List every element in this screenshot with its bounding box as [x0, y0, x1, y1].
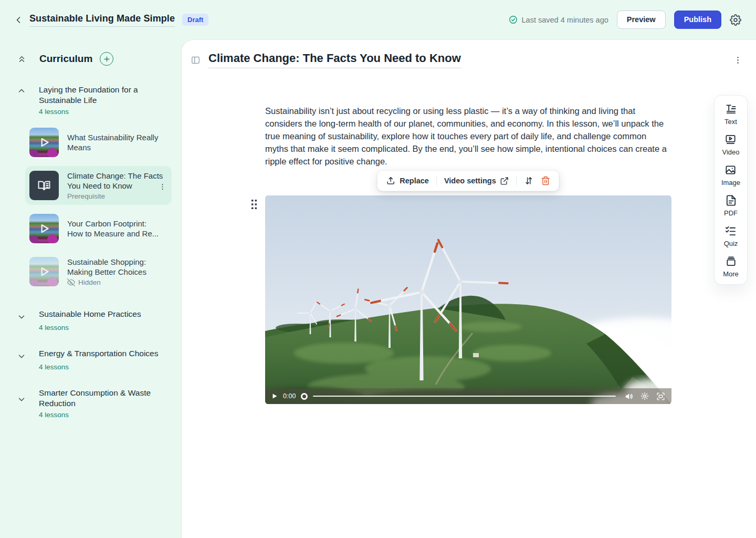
lesson-item[interactable]: Your Carbon Footprint: How to Measure an… — [25, 209, 172, 248]
quiz-icon — [724, 225, 737, 237]
progress-track[interactable] — [313, 396, 616, 397]
lesson-thumbnail — [29, 128, 59, 157]
insert-text-button[interactable]: Text — [724, 103, 737, 126]
fullscreen-button[interactable] — [656, 392, 665, 401]
video-settings-label: Video settings — [444, 177, 496, 185]
play-icon — [29, 214, 59, 243]
kebab-icon — [733, 56, 742, 65]
insert-image-button[interactable]: Image — [721, 164, 740, 187]
lesson-item-selected[interactable]: Climate Change: The Facts You Need to Kn… — [25, 166, 172, 205]
lesson-page-title[interactable]: Climate Change: The Facts You Need to Kn… — [208, 51, 461, 68]
insert-block-rail: Text Video Image PDF Quiz More — [714, 95, 748, 285]
more-icon — [725, 255, 737, 267]
curriculum-heading: Curriculum — [39, 53, 92, 65]
grip-dots-icon — [250, 199, 258, 210]
rail-label: Text — [724, 118, 737, 126]
kebab-icon — [159, 183, 166, 191]
preview-button[interactable]: Preview — [617, 11, 666, 29]
play-icon — [271, 393, 278, 399]
chevrons-up-icon — [17, 54, 27, 64]
reading-lesson-tile — [29, 171, 59, 200]
block-drag-handle[interactable] — [250, 199, 258, 210]
section-toggle[interactable]: Laying the Foundation for a Sustainable … — [17, 85, 172, 106]
lesson-intro-paragraph[interactable]: Sustainability isn’t just about recyclin… — [265, 105, 671, 168]
lesson-options-button[interactable] — [733, 56, 742, 65]
section-title: Smarter Consumption & Waste Reduction — [39, 388, 165, 409]
curriculum-section: Sustainable Home Practices 4 lessons — [17, 309, 172, 332]
lesson-title: Sustainable Shopping: Making Better Choi… — [67, 257, 164, 277]
arrows-up-down-icon — [524, 176, 534, 185]
lesson-thumbnail — [29, 257, 59, 286]
video-controls-bar: 0:00 — [265, 388, 671, 404]
settings-button[interactable] — [730, 14, 741, 26]
chevron-left-icon — [13, 15, 24, 25]
chevron-down-icon — [17, 312, 26, 322]
rail-label: Video — [722, 148, 739, 156]
insert-more-button[interactable]: More — [723, 255, 739, 278]
book-open-icon — [37, 178, 51, 193]
add-section-button[interactable] — [100, 52, 113, 66]
trash-icon — [541, 176, 551, 185]
pdf-icon — [725, 194, 737, 206]
lesson-menu-button[interactable] — [159, 183, 166, 191]
collapse-all-button[interactable] — [17, 54, 27, 64]
plus-icon — [103, 56, 110, 63]
toolbar-divider — [517, 175, 517, 186]
curriculum-section: Energy & Transportation Choices 4 lesson… — [17, 348, 172, 371]
chevron-up-icon — [17, 86, 26, 106]
section-lesson-count: 4 lessons — [39, 108, 172, 116]
text-icon — [725, 103, 737, 115]
insert-pdf-button[interactable]: PDF — [724, 194, 738, 217]
video-player[interactable]: 0:00 — [265, 195, 671, 404]
section-title: Laying the Foundation for a Sustainable … — [39, 85, 165, 106]
section-toggle[interactable]: Smarter Consumption & Waste Reduction — [17, 388, 172, 409]
eye-off-icon — [67, 278, 75, 286]
video-icon — [724, 133, 737, 146]
section-toggle[interactable]: Sustainable Home Practices — [17, 309, 172, 322]
fullscreen-icon — [656, 392, 665, 401]
reorder-block-button[interactable] — [524, 176, 534, 185]
lesson-title: Climate Change: The Facts You Need to Kn… — [67, 171, 164, 191]
play-button[interactable] — [271, 393, 278, 399]
video-still-wind-turbines — [265, 195, 671, 404]
last-saved-status: Last saved 4 minutes ago — [509, 15, 608, 24]
toggle-sidebar-button[interactable] — [191, 55, 201, 65]
insert-video-button[interactable]: Video — [722, 133, 739, 156]
section-lesson-count: 4 lessons — [39, 411, 172, 419]
rail-label: Image — [721, 179, 740, 187]
curriculum-sidebar: Curriculum Laying the Foundation for a S… — [0, 39, 181, 538]
video-quality-button[interactable] — [640, 392, 649, 400]
video-settings-button[interactable]: Video settings — [444, 177, 509, 185]
publish-button[interactable]: Publish — [674, 11, 721, 29]
section-lesson-count: 4 lessons — [39, 324, 172, 332]
rail-label: Quiz — [724, 240, 738, 247]
volume-button[interactable] — [624, 392, 633, 401]
insert-quiz-button[interactable]: Quiz — [724, 225, 738, 247]
replace-button[interactable]: Replace — [386, 176, 429, 185]
lesson-badge-prerequisite: Prerequisite — [67, 192, 167, 200]
section-lesson-count: 4 lessons — [39, 363, 172, 371]
video-block-toolbar: Replace Video settings — [377, 170, 559, 191]
image-icon — [724, 164, 737, 176]
lesson-editor: Climate Change: The Facts You Need to Kn… — [181, 39, 756, 538]
lesson-item[interactable]: What Sustainability Really Means — [25, 123, 172, 162]
top-bar: Sustainable Living Made Simple Draft Las… — [0, 0, 756, 39]
toolbar-divider — [436, 175, 437, 186]
status-badge: Draft — [182, 14, 208, 26]
lesson-title: Your Carbon Footprint: How to Measure an… — [67, 219, 164, 239]
panel-toggle-icon — [191, 55, 201, 65]
delete-block-button[interactable] — [541, 176, 551, 185]
course-title[interactable]: Sustainable Living Made Simple — [29, 13, 175, 27]
rail-label: More — [723, 270, 739, 278]
gear-icon — [640, 392, 649, 400]
lesson-item-hidden[interactable]: Sustainable Shopping: Making Better Choi… — [25, 252, 172, 291]
section-title: Sustainable Home Practices — [39, 309, 165, 319]
check-circle-icon — [509, 15, 518, 24]
section-title: Energy & Transportation Choices — [39, 348, 165, 359]
section-toggle[interactable]: Energy & Transportation Choices — [17, 348, 172, 361]
play-icon — [29, 257, 59, 286]
chevron-down-icon — [17, 351, 26, 361]
scrubber-knob[interactable] — [301, 393, 308, 400]
curriculum-section: Smarter Consumption & Waste Reduction 4 … — [17, 388, 172, 419]
back-button[interactable] — [12, 13, 25, 27]
